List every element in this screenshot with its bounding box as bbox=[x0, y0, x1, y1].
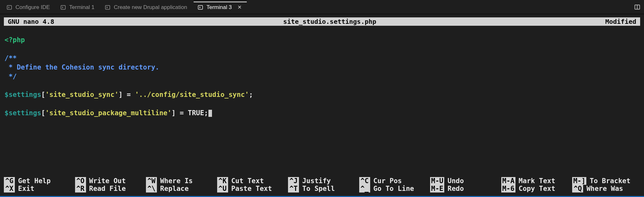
code-token: [ bbox=[41, 109, 45, 117]
tab-label: Configure IDE bbox=[15, 4, 50, 11]
code-token: ; bbox=[249, 91, 253, 98]
code-token: ] bbox=[171, 109, 176, 117]
code-token: $settings bbox=[5, 91, 41, 98]
code-token: 'site_studio_package_multiline' bbox=[45, 109, 171, 117]
code-token: = bbox=[123, 91, 135, 98]
shortcut[interactable]: M-]To Bracket bbox=[572, 177, 640, 185]
editor-content[interactable]: <?php /** * Define the Cohesion sync dir… bbox=[4, 26, 640, 127]
code-token: $settings bbox=[5, 109, 41, 117]
shortcut[interactable]: ^TTo Spell bbox=[288, 185, 356, 192]
code-token: ; bbox=[204, 109, 208, 117]
shortcut[interactable]: ^WWhere Is bbox=[146, 177, 214, 185]
shortcut[interactable]: ^RRead File bbox=[75, 185, 143, 192]
shortcut[interactable]: M-ERedo bbox=[430, 185, 498, 192]
nano-title-bar: GNU nano 4.8 site_studio.settings.php Mo… bbox=[4, 17, 640, 26]
shortcut[interactable]: ^\Replace bbox=[146, 185, 214, 192]
tab-label: Terminal 3 bbox=[207, 4, 232, 11]
code-token: ] bbox=[119, 91, 123, 98]
code-token: /** bbox=[5, 54, 17, 62]
nano-shortcut-bar: ^GGet Help ^OWrite Out ^WWhere Is ^KCut … bbox=[4, 177, 640, 192]
shortcut[interactable]: ^UPaste Text bbox=[217, 185, 285, 192]
tab-terminal-1[interactable]: Terminal 1 bbox=[56, 2, 100, 13]
terminal-panel[interactable]: GNU nano 4.8 site_studio.settings.php Mo… bbox=[0, 14, 644, 127]
shortcut[interactable]: ^JJustify bbox=[288, 177, 356, 185]
shortcut[interactable]: ^CCur Pos bbox=[359, 177, 427, 185]
code-token: = bbox=[176, 109, 188, 117]
shortcut[interactable]: ^GGet Help bbox=[4, 177, 72, 185]
tab-terminal-3[interactable]: Terminal 3 ✕ bbox=[194, 2, 247, 13]
shortcut[interactable]: ^XExit bbox=[4, 185, 72, 192]
shortcut[interactable]: ^KCut Text bbox=[217, 177, 285, 185]
close-icon[interactable]: ✕ bbox=[237, 4, 242, 10]
shortcut[interactable]: ^_Go To Line bbox=[359, 185, 427, 192]
split-editor-button[interactable] bbox=[633, 3, 641, 11]
terminal-icon bbox=[60, 5, 66, 10]
tab-label: Create new Drupal application bbox=[114, 4, 187, 11]
shortcut[interactable]: M-6Copy Text bbox=[501, 185, 569, 192]
code-token: [ bbox=[41, 91, 45, 98]
cursor bbox=[208, 110, 212, 117]
shortcut[interactable]: M-AMark Text bbox=[501, 177, 569, 185]
terminal-icon bbox=[197, 5, 203, 10]
code-token: TRUE bbox=[188, 109, 204, 117]
tab-create-drupal[interactable]: Create new Drupal application bbox=[101, 2, 192, 13]
terminal-icon bbox=[6, 5, 12, 10]
tab-bar: Configure IDE Terminal 1 Create new Drup… bbox=[0, 0, 644, 14]
code-token: <?php bbox=[5, 36, 25, 44]
shortcut[interactable]: ^QWhere Was bbox=[572, 185, 640, 192]
code-token: */ bbox=[5, 73, 17, 80]
nano-version: GNU nano 4.8 bbox=[8, 17, 54, 26]
code-token: 'site_studio_sync' bbox=[45, 91, 119, 98]
nano-filename: site_studio.settings.php bbox=[54, 17, 605, 26]
shortcut[interactable]: ^OWrite Out bbox=[75, 177, 143, 185]
terminal-icon bbox=[105, 5, 111, 10]
tab-configure-ide[interactable]: Configure IDE bbox=[3, 2, 55, 13]
code-token: '../config/site_studio_sync' bbox=[135, 91, 249, 98]
nano-status: Modified bbox=[605, 17, 636, 26]
code-token: * Define the Cohesion sync directory. bbox=[5, 63, 159, 71]
shortcut[interactable]: M-UUndo bbox=[430, 177, 498, 185]
tab-label: Terminal 1 bbox=[69, 4, 94, 11]
